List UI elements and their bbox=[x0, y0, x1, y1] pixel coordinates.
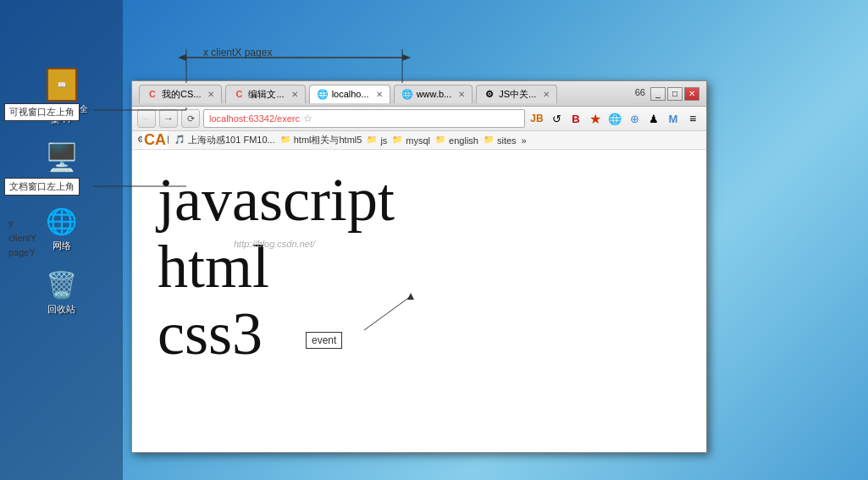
network-icon-label: 网络 bbox=[53, 240, 71, 252]
minimize-button[interactable]: _ bbox=[650, 87, 666, 101]
event-label: event bbox=[306, 332, 342, 349]
x-dimension-label: x clientX pagex bbox=[203, 47, 272, 58]
browser-toolbar: ← → ⟳ localhost:63342/exerc ☆ JB ↺ B ★ 🌐… bbox=[132, 107, 706, 131]
bookmark-star[interactable]: ☆ bbox=[303, 113, 312, 124]
english-folder-icon: 📁 bbox=[435, 135, 447, 146]
browser-window: C 我的CS... ✕ C 编辑文... ✕ 🌐 localho... ✕ 🌐 … bbox=[131, 80, 707, 453]
svg-marker-1 bbox=[178, 54, 186, 61]
desktop-taskbar: 📖 古龙武侠 说全集-77 🖥️ 计算机 🌐 网络 🗑️ 回收站 bbox=[0, 0, 123, 480]
computer-icon: 🖥️ bbox=[45, 141, 79, 174]
content-javascript: javascript bbox=[158, 167, 681, 234]
tab-icon-www: 🌐 bbox=[401, 88, 413, 100]
back-button[interactable]: ← bbox=[137, 109, 156, 128]
bookmark-html-label: html相关与html5 bbox=[294, 134, 362, 146]
html-folder-icon: 📁 bbox=[280, 135, 292, 146]
bookmarks-bar: ⚙ 应用 🎵 上海动感101 FM10... 📁 html相关与html5 📁 … bbox=[132, 131, 706, 150]
bookmark-radio[interactable]: 🎵 上海动感101 FM10... bbox=[174, 134, 275, 146]
forward-button[interactable]: → bbox=[159, 109, 178, 128]
game-icon[interactable]: ♟ bbox=[645, 110, 662, 127]
tab-www[interactable]: 🌐 www.b... ✕ bbox=[394, 85, 473, 103]
reload-icon[interactable]: ↺ bbox=[548, 110, 565, 127]
bookmark-radio-label: 上海动感101 FM10... bbox=[188, 134, 275, 146]
bookmark-mysql-label: mysql bbox=[406, 135, 430, 146]
browser-titlebar: C 我的CS... ✕ C 编辑文... ✕ 🌐 localho... ✕ 🌐 … bbox=[132, 81, 706, 107]
tab-close-localhost[interactable]: ✕ bbox=[376, 90, 383, 99]
tab-icon-localhost: 🌐 bbox=[317, 88, 329, 100]
tab-close-www[interactable]: ✕ bbox=[458, 90, 465, 99]
sites-folder-icon: 📁 bbox=[484, 135, 495, 146]
tab-close-js[interactable]: ✕ bbox=[543, 90, 550, 99]
ca-label: CA bbox=[142, 131, 168, 149]
plus-circle-icon[interactable]: ⊕ bbox=[626, 110, 643, 127]
tab-label-js: JS中关... bbox=[499, 88, 536, 101]
bookmark-sites-label: sites bbox=[497, 135, 517, 146]
tab-close-csdn[interactable]: ✕ bbox=[207, 90, 214, 99]
desktop-icon-network[interactable]: 🌐 网络 bbox=[32, 204, 91, 252]
bookmark-html[interactable]: 📁 html相关与html5 bbox=[280, 134, 362, 146]
bookmark-js[interactable]: 📁 js bbox=[367, 135, 387, 146]
address-bar[interactable]: localhost:63342/exerc ☆ bbox=[203, 109, 525, 128]
star-icon[interactable]: ★ bbox=[587, 110, 604, 127]
watermark: http://blog.csdn.net/ bbox=[234, 239, 315, 249]
address-scheme: localhost:63342/exerc bbox=[209, 113, 300, 124]
trash-icon-label: 回收站 bbox=[47, 303, 75, 316]
content-css3: css3 bbox=[158, 301, 681, 367]
tab-icon-js: ⚙ bbox=[484, 88, 495, 100]
jb-icon[interactable]: JB bbox=[528, 110, 545, 127]
tab-label-csdn: 我的CS... bbox=[162, 88, 201, 101]
tab-close-editor[interactable]: ✕ bbox=[291, 90, 298, 99]
svg-marker-2 bbox=[402, 54, 411, 61]
book-icon: 📖 bbox=[45, 68, 79, 102]
js-folder-icon: 📁 bbox=[367, 135, 379, 146]
tab-editor[interactable]: C 编辑文... ✕ bbox=[225, 85, 305, 103]
close-button[interactable]: ✕ bbox=[684, 87, 699, 101]
tab-label-localhost: localho... bbox=[332, 89, 369, 99]
desktop: 📖 古龙武侠 说全集-77 🖥️ 计算机 🌐 网络 🗑️ 回收站 C 我的CS.… bbox=[0, 0, 868, 480]
maximize-button[interactable]: □ bbox=[667, 87, 683, 101]
bookmark-more[interactable]: » bbox=[522, 135, 527, 146]
tab-label-www: www.b... bbox=[417, 89, 452, 99]
menu-icon[interactable]: ≡ bbox=[684, 110, 701, 127]
mysql-folder-icon: 📁 bbox=[392, 135, 404, 146]
bookmark-sites[interactable]: 📁 sites bbox=[484, 135, 517, 146]
toolbar-icons: JB ↺ B ★ 🌐 ⊕ ♟ M ≡ bbox=[528, 110, 701, 127]
trash-icon: 🗑️ bbox=[45, 268, 79, 301]
browser-content[interactable]: javascript html css3 http://blog.csdn.ne… bbox=[132, 150, 706, 452]
tab-localhost[interactable]: 🌐 localho... ✕ bbox=[309, 85, 390, 103]
tab-js[interactable]: ⚙ JS中关... ✕ bbox=[476, 85, 557, 103]
tab-label-editor: 编辑文... bbox=[248, 88, 284, 101]
bookmark-js-label: js bbox=[380, 135, 387, 146]
globe-icon[interactable]: 🌐 bbox=[606, 110, 623, 127]
more-icon: » bbox=[522, 135, 527, 146]
refresh-button[interactable]: ⟳ bbox=[181, 109, 200, 128]
bookmark-mysql[interactable]: 📁 mysql bbox=[392, 135, 430, 146]
tab-icon-csdn: C bbox=[147, 88, 158, 100]
m-icon[interactable]: M bbox=[665, 110, 682, 127]
b-icon[interactable]: B bbox=[567, 110, 584, 127]
tab-icon-editor: C bbox=[233, 88, 245, 100]
network-icon: 🌐 bbox=[45, 204, 79, 238]
document-window-label: 文档窗口左上角 bbox=[4, 178, 80, 196]
window-controls: 66 _ □ ✕ bbox=[635, 87, 699, 101]
bookmark-english-label: english bbox=[449, 135, 478, 146]
radio-icon: 🎵 bbox=[174, 135, 186, 146]
desktop-icon-trash[interactable]: 🗑️ 回收站 bbox=[32, 268, 91, 316]
window-number: 66 bbox=[635, 87, 645, 101]
tab-csdn[interactable]: C 我的CS... ✕ bbox=[139, 85, 222, 103]
bookmark-english[interactable]: 📁 english bbox=[435, 135, 478, 146]
visible-window-label: 可视窗口左上角 bbox=[4, 103, 80, 121]
